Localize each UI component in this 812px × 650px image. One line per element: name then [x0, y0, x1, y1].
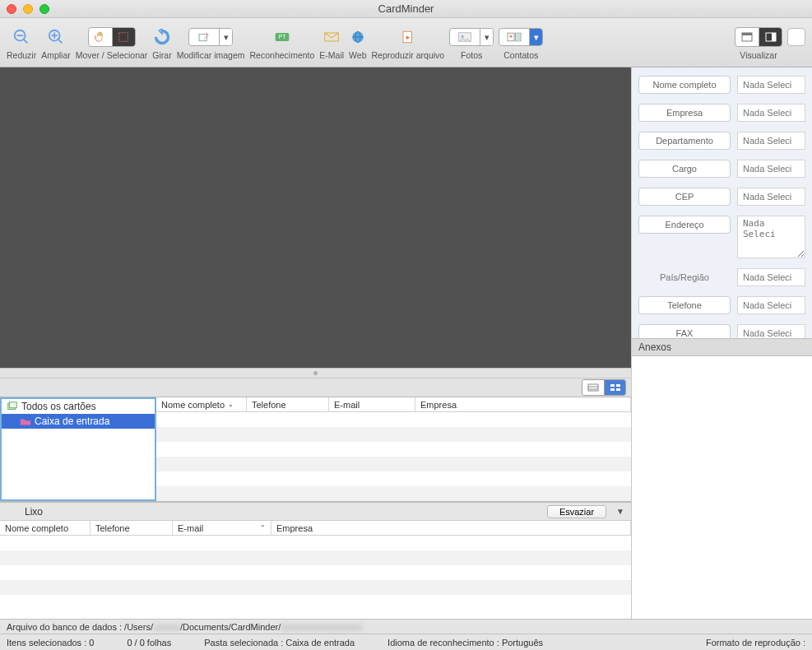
field-label-fax[interactable]: FAX: [638, 324, 731, 338]
card-table: Nome completo⌄ Telefone E-mail Empresa: [156, 397, 631, 501]
field-label-empresa[interactable]: Empresa: [638, 104, 731, 122]
toolbar-email[interactable]: E-Mail: [319, 26, 344, 60]
window-close-button[interactable]: [7, 4, 16, 14]
svg-line-1: [24, 39, 28, 43]
toolbar-search[interactable]: [787, 26, 805, 60]
toolbar-visualizar[interactable]: Visualizar: [735, 26, 782, 60]
toolbar-reduzir-label: Reduzir: [7, 50, 36, 60]
tree-item-label: Todos os cartões: [21, 401, 96, 412]
crop-icon[interactable]: [189, 29, 219, 45]
svg-rect-29: [616, 384, 620, 387]
tree-item-all-cards[interactable]: Todos os cartões: [2, 399, 155, 414]
lixo-col-empresa[interactable]: Empresa: [271, 521, 631, 535]
lixo-col-email[interactable]: E-mail⌃: [173, 521, 271, 535]
chevron-down-icon[interactable]: ▾: [480, 29, 493, 45]
sort-indicator-icon: ⌄: [228, 401, 234, 408]
col-empresa[interactable]: Empresa: [415, 397, 631, 411]
field-label-pais: País/Região: [638, 268, 731, 286]
path-user-redacted: xxxxxx: [153, 622, 180, 632]
toolbar-fotos-label: Fotos: [461, 50, 482, 60]
toolbar-reproduzir-label: Reproduzir arquivo: [372, 50, 445, 60]
col-email[interactable]: E-mail: [329, 397, 415, 411]
col-telefone[interactable]: Telefone: [247, 397, 329, 411]
list-view-toggle[interactable]: [582, 379, 626, 396]
field-label-cep[interactable]: CEP: [638, 188, 731, 206]
path-prefix: Arquivo do banco de dados : /Users/: [7, 622, 153, 632]
titlebar: CardMinder: [0, 0, 812, 18]
image-preview[interactable]: [0, 67, 631, 368]
chevron-down-icon[interactable]: ▾: [529, 29, 542, 45]
toolbar-reduzir[interactable]: Reduzir: [7, 26, 36, 60]
zoom-out-icon: [12, 26, 30, 49]
attachments-header: Anexos: [632, 338, 812, 356]
field-label-endereco[interactable]: Endereço: [638, 216, 731, 234]
toolbar-reconhecimento[interactable]: PT Reconhecimento: [250, 26, 315, 60]
toolbar-ampliar[interactable]: Ampliar: [41, 26, 71, 60]
field-input-cargo[interactable]: [737, 160, 805, 178]
lixo-col-telefone[interactable]: Telefone: [90, 521, 173, 535]
toolbar-girar[interactable]: Girar: [152, 26, 171, 60]
photos-icon[interactable]: [450, 29, 480, 45]
preview-resize-handle[interactable]: [0, 368, 631, 378]
globe-icon: [350, 26, 365, 49]
svg-point-19: [510, 35, 513, 37]
toolbar-visualizar-label: Visualizar: [740, 50, 777, 60]
tree-item-inbox[interactable]: Caixa de entrada: [2, 414, 155, 429]
folder-tree[interactable]: Todos os cartões Caixa de entrada: [0, 397, 156, 501]
trash-options-icon[interactable]: ▼: [616, 507, 624, 516]
toolbar-ampliar-label: Ampliar: [41, 50, 71, 60]
toolbar-mover-selecionar-label: Mover / Selecionar: [76, 50, 148, 60]
field-label-cargo[interactable]: Cargo: [638, 160, 731, 178]
toolbar-contatos[interactable]: ▾ Contatos: [499, 26, 543, 60]
selection-icon[interactable]: [112, 28, 135, 46]
toolbar-modificar-imagem[interactable]: ▾ Modificar imagem: [177, 26, 245, 60]
view-mode-2-icon[interactable]: [759, 28, 782, 46]
field-input-fax[interactable]: [737, 324, 805, 338]
status-sheets: 0 / 0 folhas: [127, 638, 171, 648]
view-mode-1-icon[interactable]: [735, 28, 759, 46]
toolbar-mover-selecionar[interactable]: Mover / Selecionar: [76, 26, 148, 60]
rotate-icon: [154, 26, 170, 49]
lixo-col-nome[interactable]: Nome completo: [0, 521, 90, 535]
grid-view-icon[interactable]: [604, 380, 625, 395]
database-path-bar: Arquivo do banco de dados : /Users/ xxxx…: [0, 619, 812, 634]
field-input-pais[interactable]: [737, 268, 805, 286]
tree-item-label: Caixa de entrada: [35, 416, 109, 427]
field-label-nome[interactable]: Nome completo: [638, 76, 731, 94]
field-input-nome[interactable]: [737, 76, 805, 94]
cards-icon: [7, 401, 18, 412]
field-label-departamento[interactable]: Departamento: [638, 132, 731, 150]
window-minimize-button[interactable]: [23, 4, 33, 14]
empty-trash-button[interactable]: Esvaziar: [547, 505, 606, 518]
list-view-icon[interactable]: [582, 380, 604, 395]
field-input-departamento[interactable]: [737, 132, 805, 150]
svg-rect-33: [10, 402, 17, 408]
trash-title: Lixo: [7, 506, 43, 518]
field-input-cep[interactable]: [737, 188, 805, 206]
svg-point-17: [462, 35, 464, 37]
card-table-body[interactable]: [156, 412, 631, 501]
field-input-empresa[interactable]: [737, 104, 805, 122]
chevron-down-icon[interactable]: ▾: [219, 29, 232, 45]
svg-rect-31: [616, 388, 620, 391]
svg-rect-7: [119, 32, 128, 41]
attachments-body[interactable]: [632, 356, 812, 619]
toolbar-fotos[interactable]: ▾ Fotos: [449, 26, 494, 60]
hand-icon[interactable]: [89, 28, 112, 46]
svg-rect-22: [742, 33, 752, 35]
field-label-telefone[interactable]: Telefone: [638, 296, 731, 314]
toolbar-web-label: Web: [349, 50, 366, 60]
status-language: Idioma de reconhecimento : Português: [387, 638, 543, 648]
window-title: CardMinder: [0, 2, 812, 15]
toolbar-web[interactable]: Web: [349, 26, 366, 60]
field-input-telefone[interactable]: [737, 296, 805, 314]
svg-line-4: [58, 39, 63, 43]
col-nome[interactable]: Nome completo⌄: [156, 397, 247, 411]
window-zoom-button[interactable]: [39, 4, 49, 14]
trash-table-body[interactable]: [0, 536, 631, 619]
toolbar-reproduzir-arquivo[interactable]: Reproduzir arquivo: [372, 26, 445, 60]
contacts-icon[interactable]: [499, 29, 529, 45]
details-panel: Nome completo Empresa Departamento Cargo…: [631, 67, 812, 619]
field-input-endereco[interactable]: [737, 216, 805, 258]
svg-rect-30: [610, 388, 615, 391]
